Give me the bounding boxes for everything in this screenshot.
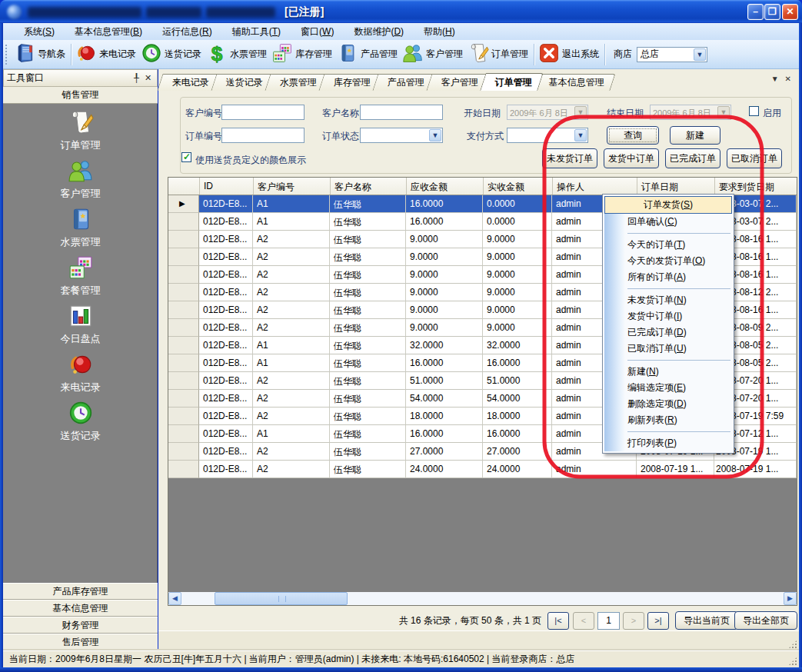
- tab-订单管理[interactable]: 订单管理: [480, 73, 543, 91]
- customer-name-input[interactable]: [360, 105, 443, 120]
- end-date-picker[interactable]: 2009年 6月 8日 ▼: [650, 105, 731, 120]
- chevron-down-icon[interactable]: ▼: [429, 129, 441, 141]
- context-menu-item[interactable]: 今天的订单(T): [604, 237, 732, 253]
- menu-R[interactable]: 运行信息(R): [152, 23, 222, 41]
- column-header[interactable]: 客户编号: [253, 178, 330, 195]
- prev-page-button[interactable]: <: [573, 612, 594, 630]
- context-menu-item[interactable]: 未发货订单(N): [604, 292, 732, 308]
- sidebar-item-people[interactable]: 客户管理: [3, 158, 158, 201]
- menu-S[interactable]: 系统(S): [14, 23, 65, 41]
- row-selector[interactable]: [168, 461, 199, 478]
- last-page-button[interactable]: >|: [647, 612, 669, 630]
- sidebar-item-color-grid[interactable]: 套餐管理: [3, 254, 158, 298]
- row-selector[interactable]: [168, 319, 199, 337]
- toolbar-button[interactable]: 送货记录: [139, 41, 205, 68]
- export-all-pages-button[interactable]: 导出全部页: [734, 611, 797, 630]
- context-menu-item[interactable]: 发货中订单(I): [604, 308, 732, 324]
- sidebar-section[interactable]: 产品库存管理: [3, 583, 158, 600]
- sidebar-item-clock[interactable]: 送货记录: [3, 400, 158, 443]
- context-menu-item[interactable]: 已完成订单(D): [604, 324, 732, 341]
- page-number-input[interactable]: 1: [597, 612, 620, 630]
- row-selector[interactable]: [168, 284, 199, 301]
- toolbar-button[interactable]: 退出系统: [537, 41, 602, 68]
- table-row[interactable]: 012D-E8...A2伍华聪24.000024.0000admin2008-0…: [168, 461, 797, 478]
- tab-close-icon[interactable]: ✕: [785, 75, 791, 83]
- next-page-button[interactable]: >: [623, 612, 644, 630]
- column-header[interactable]: 订单日期: [637, 178, 714, 195]
- row-selector[interactable]: [168, 390, 199, 408]
- title-bar[interactable]: [已注册] – ❐ ✕: [0, 0, 802, 23]
- customer-no-input[interactable]: [221, 105, 304, 120]
- menu-D[interactable]: 数据维护(D): [344, 23, 414, 41]
- toolbar-button[interactable]: 来电记录: [74, 41, 139, 68]
- row-selector[interactable]: ▶: [168, 195, 199, 213]
- row-selector[interactable]: [168, 372, 199, 390]
- toolbar-button[interactable]: 产品管理: [335, 41, 401, 68]
- query-button[interactable]: 查询: [607, 126, 659, 145]
- toolbar-button[interactable]: 导航条: [12, 41, 68, 68]
- courier-color-checkbox[interactable]: [181, 152, 191, 162]
- store-select[interactable]: 总店▼: [637, 47, 707, 62]
- column-header[interactable]: ID: [199, 178, 253, 195]
- chevron-down-icon[interactable]: ▼: [694, 48, 706, 61]
- first-page-button[interactable]: |<: [547, 612, 569, 630]
- context-menu-item[interactable]: 今天的发货订单(O): [604, 253, 732, 269]
- chevron-down-icon[interactable]: ▼: [574, 129, 587, 141]
- column-header[interactable]: 应收金额: [406, 178, 483, 195]
- chevron-down-icon[interactable]: ▼: [574, 106, 587, 118]
- sidebar-item-scroll-pencil[interactable]: 订单管理: [3, 109, 158, 152]
- toolbar-button[interactable]: $水票管理: [205, 41, 270, 68]
- scroll-right-icon[interactable]: ▶: [784, 592, 797, 605]
- minimize-button[interactable]: –: [747, 4, 764, 20]
- scroll-left-icon[interactable]: ◀: [168, 592, 181, 605]
- new-button[interactable]: 新建: [670, 126, 720, 145]
- context-menu-item[interactable]: 已取消订单(U): [604, 341, 732, 357]
- sidebar-section[interactable]: 售后管理: [3, 634, 158, 650]
- maximize-button[interactable]: ❐: [764, 4, 780, 20]
- context-menu-item[interactable]: 刷新列表(R): [604, 412, 732, 428]
- column-header[interactable]: 要求到货日期: [714, 178, 797, 195]
- order-no-input[interactable]: [221, 128, 304, 143]
- tab-scroll-down-icon[interactable]: ▼: [771, 75, 779, 83]
- row-selector[interactable]: [168, 337, 199, 354]
- context-menu-item[interactable]: 编辑选定项(E): [604, 380, 732, 396]
- order-status-select[interactable]: ▼: [360, 128, 443, 143]
- column-header[interactable]: 操作人: [552, 178, 637, 195]
- context-menu-item[interactable]: 打印列表(P): [604, 435, 732, 451]
- column-header[interactable]: 客户名称: [330, 178, 406, 195]
- export-current-page-button[interactable]: 导出当前页: [675, 611, 738, 630]
- pay-method-select[interactable]: ▼: [507, 128, 588, 143]
- close-panel-icon[interactable]: ✕: [142, 72, 154, 84]
- column-header[interactable]: [168, 178, 199, 195]
- sidebar-item-blue-book[interactable]: 水票管理: [3, 206, 158, 249]
- status-filter-button[interactable]: 已取消订单: [727, 148, 782, 168]
- pin-icon[interactable]: ╀: [131, 72, 142, 84]
- toolbar-grip[interactable]: [5, 45, 12, 65]
- row-selector[interactable]: [168, 443, 199, 461]
- context-menu-item[interactable]: 回单确认(C): [604, 214, 732, 230]
- sidebar-section-sales[interactable]: 销售管理: [3, 87, 158, 104]
- scrollbar-thumb[interactable]: [215, 592, 348, 605]
- row-selector[interactable]: [168, 248, 199, 266]
- context-menu-item[interactable]: 删除选定项(D): [604, 396, 732, 412]
- toolbar-button[interactable]: 客户管理: [401, 41, 466, 68]
- sidebar-item-bar-chart[interactable]: 今日盘点: [3, 303, 158, 346]
- row-selector[interactable]: [168, 266, 199, 284]
- start-date-picker[interactable]: 2009年 6月 8日 ▼: [507, 105, 588, 120]
- close-button[interactable]: ✕: [782, 4, 798, 20]
- row-selector[interactable]: [168, 301, 199, 319]
- row-selector[interactable]: [168, 231, 199, 248]
- toolbar-button[interactable]: 库存管理: [270, 41, 335, 68]
- horizontal-scrollbar[interactable]: ◀ ▶: [168, 592, 797, 605]
- row-selector[interactable]: [168, 213, 199, 231]
- sidebar-section[interactable]: 财务管理: [3, 617, 158, 634]
- menu-H[interactable]: 帮助(H): [414, 23, 465, 41]
- context-menu-item[interactable]: 新建(N): [604, 364, 732, 380]
- sidebar-section[interactable]: 基本信息管理: [3, 600, 158, 617]
- context-menu-item[interactable]: 所有的订单(A): [604, 269, 732, 285]
- toolbar-button[interactable]: 订单管理: [466, 41, 531, 68]
- status-filter-button[interactable]: 已完成订单: [665, 148, 720, 168]
- status-filter-button[interactable]: 未发货订单: [542, 148, 597, 168]
- row-selector[interactable]: [168, 408, 199, 425]
- menu-B[interactable]: 基本信息管理(B): [65, 23, 152, 41]
